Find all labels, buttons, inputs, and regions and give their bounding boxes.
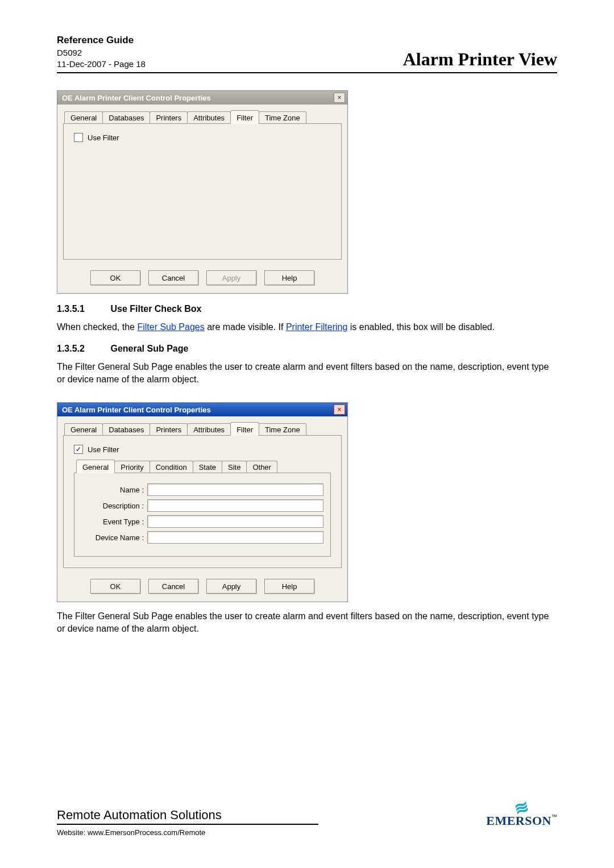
tab-printers[interactable]: Printers	[150, 111, 188, 124]
emerson-mark-icon: ≋	[513, 800, 530, 815]
dialog-title: OE Alarm Printer Client Control Properti…	[62, 94, 211, 102]
section2-text: The Filter General Sub Page enables the …	[57, 361, 557, 385]
cancel-button[interactable]: Cancel	[148, 579, 198, 594]
help-button[interactable]: Help	[264, 579, 314, 594]
apply-button[interactable]: Apply	[206, 270, 256, 285]
doc-code: D5092	[57, 47, 146, 59]
section-title: Use Filter Check Box	[110, 304, 201, 314]
repeat-text: The Filter General Sub Page enables the …	[57, 610, 557, 635]
section-title: General Sub Page	[110, 344, 188, 353]
subtab-site[interactable]: Site	[222, 461, 247, 473]
text-fragment: is enabled, this box will be disabled.	[347, 322, 495, 332]
link-filter-sub-pages[interactable]: Filter Sub Pages	[137, 322, 204, 332]
tab-general[interactable]: General	[64, 111, 103, 124]
section-num: 1.3.5.2	[57, 344, 108, 354]
subtab-priority[interactable]: Priority	[114, 461, 150, 473]
section-heading-1352: 1.3.5.2 General Sub Page	[57, 344, 557, 354]
close-icon[interactable]: ×	[334, 93, 345, 103]
tab-printers[interactable]: Printers	[150, 423, 188, 436]
dialog-filter-checked: OE Alarm Printer Client Control Properti…	[57, 402, 348, 602]
tab-timezone[interactable]: Time Zone	[259, 423, 306, 436]
titlebar[interactable]: OE Alarm Printer Client Control Properti…	[57, 91, 347, 105]
tab-attributes[interactable]: Attributes	[187, 111, 231, 124]
page-title: Alarm Printer View	[403, 49, 557, 70]
tab-panel-filter: ✓ Use Filter	[63, 123, 342, 260]
tabstrip: General Databases Printers Attributes Fi…	[57, 416, 347, 436]
emerson-reg: ™	[551, 813, 557, 820]
section-num: 1.3.5.1	[57, 304, 108, 314]
date-page: 11-Dec-2007 - Page 18	[57, 59, 146, 70]
ok-button[interactable]: OK	[90, 579, 140, 594]
subtab-general[interactable]: General	[76, 460, 115, 473]
tab-filter[interactable]: Filter	[230, 110, 259, 124]
dialog-buttons: OK Cancel Apply Help	[57, 266, 347, 293]
subtab-state[interactable]: State	[193, 461, 222, 473]
label-description: Description :	[81, 502, 147, 510]
label-name: Name :	[81, 486, 147, 494]
page-footer: Remote Automation Solutions ≋ EMERSON™ W…	[57, 802, 557, 837]
tabstrip: General Databases Printers Attributes Fi…	[57, 105, 347, 124]
tab-attributes[interactable]: Attributes	[187, 423, 231, 436]
subtab-other[interactable]: Other	[246, 461, 277, 473]
tab-panel-filter: ✓ Use Filter General Priority Condition …	[63, 435, 342, 568]
use-filter-checkbox[interactable]: ✓	[74, 445, 83, 454]
tab-timezone[interactable]: Time Zone	[259, 111, 306, 124]
header-left: Reference Guide D5092 11-Dec-2007 - Page…	[57, 34, 146, 70]
footer-company: Remote Automation Solutions	[57, 808, 318, 823]
row-event-type: Event Type :	[81, 515, 323, 528]
use-filter-row: ✓ Use Filter	[74, 133, 333, 142]
dialog-buttons: OK Cancel Apply Help	[57, 574, 347, 602]
emerson-logo: ≋ EMERSON™	[486, 802, 557, 828]
tab-databases[interactable]: Databases	[102, 423, 150, 436]
input-event-type[interactable]	[147, 515, 323, 528]
page-header: Reference Guide D5092 11-Dec-2007 - Page…	[57, 34, 557, 73]
row-device-name: Device Name :	[81, 531, 323, 544]
guide-title: Reference Guide	[57, 34, 146, 47]
apply-button[interactable]: Apply	[206, 579, 256, 594]
label-device-name: Device Name :	[81, 533, 147, 542]
subtabstrip: General Priority Condition State Site Ot…	[74, 460, 333, 473]
section1-text: When checked, the Filter Sub Pages are m…	[57, 321, 557, 333]
row-description: Description :	[81, 499, 323, 512]
subtab-condition[interactable]: Condition	[150, 461, 193, 473]
input-device-name[interactable]	[147, 531, 323, 544]
input-description[interactable]	[147, 499, 323, 512]
tab-filter[interactable]: Filter	[230, 422, 259, 436]
input-name[interactable]	[147, 483, 323, 496]
use-filter-checkbox[interactable]: ✓	[74, 133, 83, 142]
subtab-panel-general: Name : Description : Event Type : Device…	[74, 473, 331, 557]
tab-general[interactable]: General	[64, 423, 103, 436]
dialog-filter-unchecked: OE Alarm Printer Client Control Properti…	[57, 90, 348, 294]
use-filter-label: Use Filter	[88, 445, 119, 454]
use-filter-row: ✓ Use Filter	[74, 445, 333, 454]
text-fragment: are made visible. If	[205, 322, 286, 332]
row-name: Name :	[81, 483, 323, 496]
text-fragment: When checked, the	[57, 322, 137, 332]
footer-divider	[57, 824, 318, 825]
tab-databases[interactable]: Databases	[102, 111, 150, 124]
dialog-title: OE Alarm Printer Client Control Properti…	[62, 406, 211, 414]
section-heading-1351: 1.3.5.1 Use Filter Check Box	[57, 304, 557, 314]
titlebar[interactable]: OE Alarm Printer Client Control Properti…	[57, 403, 347, 416]
footer-website: Website: www.EmersonProcess.com/Remote	[57, 828, 557, 837]
help-button[interactable]: Help	[264, 270, 314, 285]
link-printer-filtering[interactable]: Printer Filtering	[286, 322, 347, 332]
label-event-type: Event Type :	[81, 518, 147, 526]
close-icon[interactable]: ×	[334, 404, 345, 415]
ok-button[interactable]: OK	[90, 270, 140, 285]
cancel-button[interactable]: Cancel	[148, 270, 198, 285]
use-filter-label: Use Filter	[88, 133, 119, 142]
